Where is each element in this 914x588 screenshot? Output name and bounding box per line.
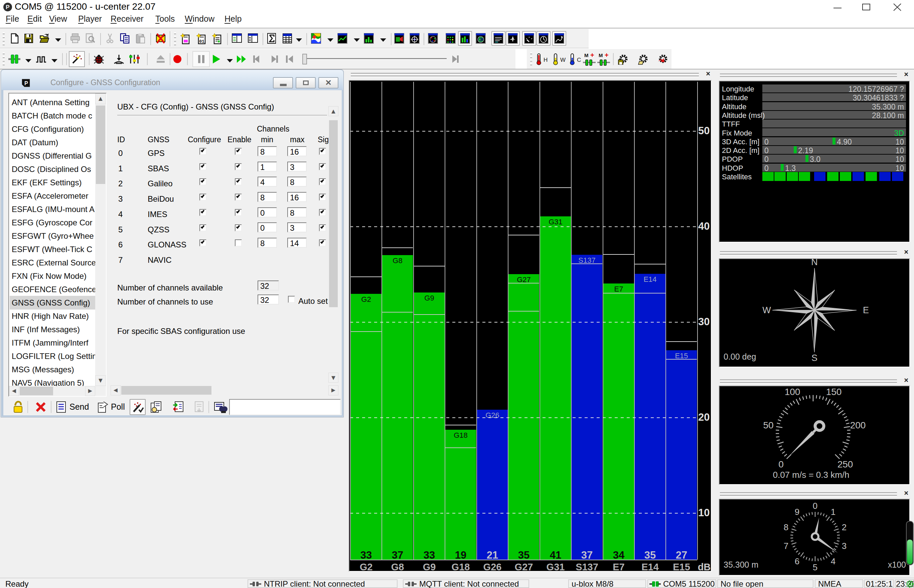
svg-text:+: + (605, 52, 609, 59)
svg-text:P: P (6, 4, 9, 10)
svg-text:M: M (584, 52, 589, 58)
svg-text:8: 8 (784, 522, 788, 532)
svg-text:P: P (24, 80, 28, 86)
svg-text:0: 0 (778, 459, 784, 470)
svg-text:2: 2 (842, 522, 846, 532)
svg-text:H: H (544, 57, 548, 63)
svg-text:200: 200 (850, 420, 866, 430)
svg-text:6: 6 (795, 556, 799, 566)
svg-text:E: E (863, 305, 869, 315)
svg-text:W: W (560, 57, 566, 63)
svg-text:x100: x100 (888, 560, 906, 569)
svg-text:W: W (762, 305, 771, 315)
svg-text:100: 100 (785, 387, 801, 397)
svg-text:01: 01 (199, 39, 204, 44)
svg-text:150: 150 (826, 387, 842, 397)
svg-text:7: 7 (784, 541, 788, 551)
svg-text:3: 3 (842, 541, 846, 551)
svg-text:S: S (811, 353, 817, 363)
svg-text:M: M (599, 52, 603, 58)
svg-text:1: 1 (831, 507, 835, 517)
svg-text:C: C (577, 57, 581, 63)
svg-text:0: 0 (813, 501, 817, 511)
svg-text:N: N (811, 257, 818, 267)
svg-text:250: 250 (838, 459, 853, 470)
svg-text:5: 5 (813, 562, 817, 572)
svg-text:50: 50 (763, 420, 773, 430)
svg-text:4: 4 (831, 556, 835, 566)
svg-text:9: 9 (795, 507, 799, 517)
svg-text:0.07 m/s = 0.3 km/h: 0.07 m/s = 0.3 km/h (773, 470, 849, 480)
svg-text:+: + (590, 52, 594, 59)
svg-text:0.00 deg: 0.00 deg (723, 352, 756, 361)
svg-text:35.300 m: 35.300 m (723, 560, 758, 569)
